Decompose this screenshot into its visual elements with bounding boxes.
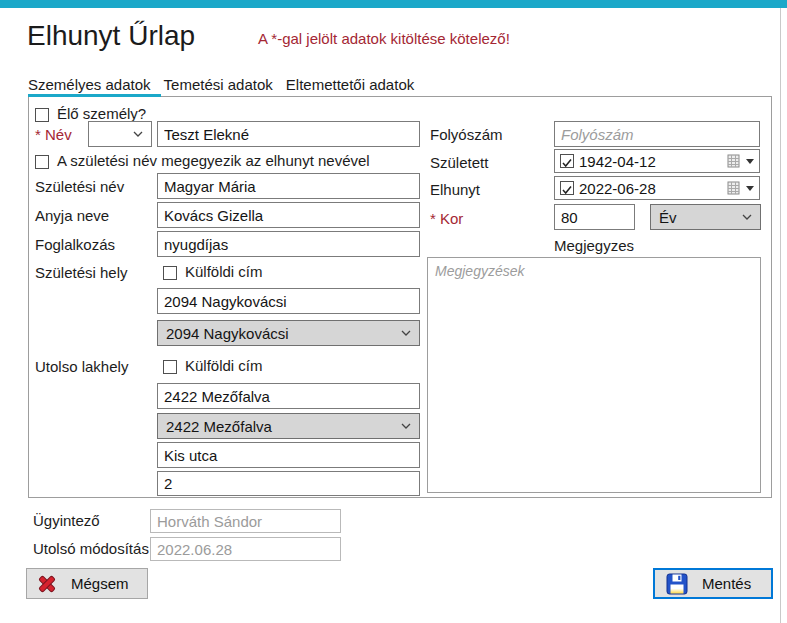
last-residence-selected-value: 2422 Mezőfalva [166,418,272,435]
mother-name-input[interactable] [157,202,420,228]
check-icon [561,184,573,196]
name-label: * Név [35,126,72,143]
deceased-form-window: Elhunyt Űrlap A *-gal jelölt adatok kitö… [0,0,787,623]
dropdown-arrow-icon [746,186,754,191]
mother-name-label: Anyja neve [35,207,109,224]
clerk-input [150,509,341,533]
born-label: Született [430,154,488,171]
birth-place-foreign-checkbox[interactable] [163,266,177,280]
chevron-down-icon [742,214,752,220]
born-date-value: 1942-04-12 [579,153,727,170]
required-fields-note: A *-gal jelölt adatok kitöltése kötelező… [258,30,510,47]
born-date-picker[interactable]: 1942-04-12 [554,149,760,173]
account-number-input[interactable] [554,121,760,147]
birth-place-input[interactable] [157,288,420,314]
age-unit-value: Év [659,209,677,226]
save-button[interactable]: Mentés [653,568,773,599]
cancel-button[interactable]: Mégsem [26,568,148,599]
cancel-button-label: Mégsem [71,575,129,592]
notes-textarea[interactable] [427,257,761,493]
birth-name-label: Születési név [35,178,124,195]
save-floppy-icon [666,573,688,595]
house-number-input[interactable] [157,471,420,496]
last-modified-input [150,537,341,561]
notes-label: Megjegyzes [427,237,761,254]
died-label: Elhunyt [430,181,480,198]
chevron-down-icon [133,131,143,137]
tab-burial-data[interactable]: Temetési adatok [164,76,273,93]
died-date-picker[interactable]: 2022-06-28 [554,176,760,200]
chevron-down-icon [401,423,411,429]
save-button-label: Mentés [702,575,751,592]
last-residence-label: Utolso lakhely [35,358,128,375]
birth-place-select[interactable]: 2094 Nagykovácsi [157,320,420,346]
last-modified-label: Utolsó módosítás [33,540,149,557]
cancel-x-icon [37,574,57,594]
alive-person-checkbox[interactable] [35,108,49,122]
page-title: Elhunyt Űrlap [27,20,195,52]
same-birth-name-checkbox[interactable] [35,155,49,169]
name-input[interactable] [157,121,420,147]
birth-name-input[interactable] [157,173,420,199]
check-icon [561,157,573,169]
tab-strip: Személyes adatok Temetési adatok Eltemet… [28,72,414,96]
dropdown-arrow-icon [746,159,754,164]
name-prefix-select[interactable] [88,121,152,147]
account-number-label: Folyószám [430,126,503,143]
born-date-checkbox[interactable] [560,154,574,168]
same-birth-name-label: A születési név megegyezik az elhunyt ne… [57,152,370,169]
age-input[interactable] [554,204,635,230]
birth-place-selected-value: 2094 Nagykovácsi [166,325,289,342]
age-label: * Kor [430,210,463,227]
died-date-checkbox[interactable] [560,181,574,195]
occupation-label: Foglalkozás [35,236,115,253]
clerk-label: Ügyintező [33,512,100,529]
last-residence-select[interactable]: 2422 Mezőfalva [157,413,420,439]
birth-place-label: Születési hely [35,264,128,281]
age-unit-select[interactable]: Év [650,204,761,230]
died-date-value: 2022-06-28 [579,180,727,197]
tab-arranger-data[interactable]: Eltemettetői adatok [286,76,414,93]
tab-personal-data[interactable]: Személyes adatok [28,76,151,93]
alive-person-label: Élő személy? [57,105,146,122]
street-input[interactable] [157,442,420,468]
active-tab-indicator [28,94,161,97]
last-residence-input[interactable] [157,383,420,409]
birth-place-foreign-label: Külföldi cím [185,263,263,280]
calendar-icon [727,154,741,168]
residence-foreign-label: Külföldi cím [185,357,263,374]
calendar-icon [727,181,741,195]
window-right-border [780,8,781,623]
accent-top-bar [0,0,787,8]
occupation-input[interactable] [157,231,420,257]
chevron-down-icon [401,330,411,336]
residence-foreign-checkbox[interactable] [163,360,177,374]
